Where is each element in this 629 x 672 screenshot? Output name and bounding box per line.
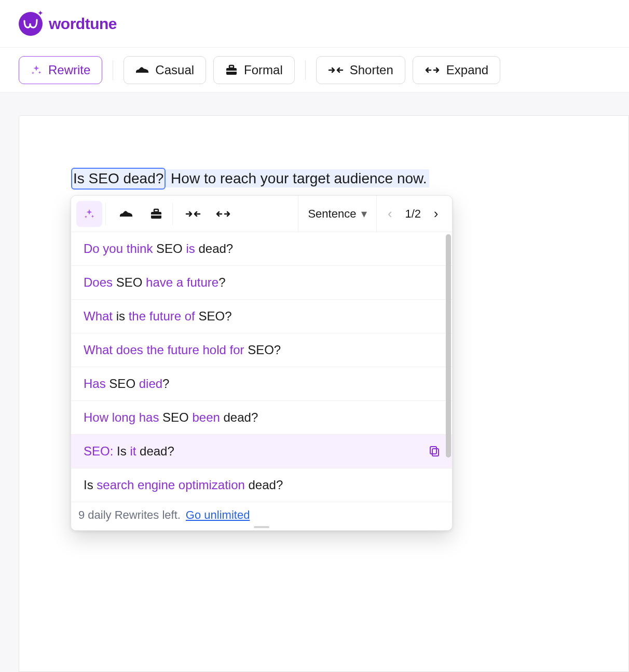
arrows-in-icon (328, 65, 344, 75)
editor-text-line[interactable]: Is SEO dead? How to reach your target au… (71, 168, 628, 190)
suggestion-item[interactable]: Is search engine optimization dead? (71, 468, 452, 502)
arrows-out-icon (425, 65, 440, 75)
expand-mode-button[interactable] (210, 201, 236, 227)
divider (305, 60, 306, 80)
briefcase-icon (150, 208, 162, 220)
resize-handle[interactable] (254, 526, 269, 528)
casual-label: Casual (155, 63, 194, 77)
selected-text[interactable]: Is SEO dead? (71, 168, 166, 190)
shorten-label: Shorten (350, 63, 393, 77)
trailing-text[interactable]: How to reach your target audience now. (166, 169, 429, 187)
brand-logo[interactable]: ✦ wordtune (19, 12, 117, 36)
svg-rect-2 (229, 65, 234, 68)
brand-name: wordtune (49, 15, 117, 33)
arrows-in-icon (185, 209, 201, 219)
copy-icon[interactable] (429, 446, 440, 457)
svg-rect-6 (154, 209, 158, 212)
suggestion-item[interactable]: Has SEO died? (71, 367, 452, 401)
divider (113, 60, 113, 80)
suggestion-text: What does the future hold for SEO? (84, 343, 281, 357)
rewrites-remaining-text: 9 daily Rewrites left. (78, 508, 181, 522)
suggestion-text: Does SEO have a future? (84, 275, 226, 290)
brand-mark: ✦ (19, 12, 43, 36)
svg-rect-3 (226, 71, 237, 72)
svg-rect-0 (136, 73, 148, 74)
app-header: ✦ wordtune (0, 0, 629, 48)
formal-mode-button[interactable] (143, 201, 169, 227)
suggestion-text: Is search engine optimization dead? (84, 478, 283, 492)
svg-rect-20 (432, 449, 439, 456)
suggestions-popover: Sentence ▾ ‹ 1/2 › Do you think SEO is d… (71, 195, 453, 531)
page-indicator: 1/2 (405, 207, 421, 221)
suggestion-text: Do you think SEO is dead? (84, 241, 233, 256)
popover-footer: 9 daily Rewrites left. Go unlimited (71, 502, 452, 530)
svg-rect-7 (151, 214, 161, 216)
sparkle-icon: ✦ (37, 9, 44, 17)
suggestion-text: SEO: Is it dead? (84, 444, 174, 459)
shorten-mode-button[interactable] (180, 201, 206, 227)
divider (172, 203, 173, 225)
suggestion-item[interactable]: What is the future of SEO? (71, 300, 452, 333)
sparkle-icon (31, 64, 42, 76)
rewrite-label: Rewrite (48, 63, 90, 77)
go-unlimited-link[interactable]: Go unlimited (186, 508, 250, 522)
pager: ‹ 1/2 › (376, 196, 452, 232)
svg-rect-4 (120, 217, 132, 218)
arrows-out-icon (215, 209, 231, 219)
scope-label: Sentence (308, 207, 356, 221)
suggestion-item[interactable]: Does SEO have a future? (71, 266, 452, 300)
sneaker-icon (135, 65, 149, 75)
suggestion-text: Has SEO died? (84, 377, 169, 391)
suggestion-item[interactable]: Do you think SEO is dead? (71, 232, 452, 266)
suggestion-text: How long has SEO been dead? (84, 410, 258, 425)
rewrite-mode-button[interactable] (76, 201, 102, 227)
sparkle-icon (84, 208, 95, 220)
suggestion-item[interactable]: What does the future hold for SEO? (71, 333, 452, 367)
casual-button[interactable]: Casual (124, 56, 206, 84)
briefcase-icon (225, 64, 238, 76)
suggestion-text: What is the future of SEO? (84, 309, 231, 324)
expand-label: Expand (446, 63, 488, 77)
suggestion-item[interactable]: SEO: Is it dead? (71, 435, 452, 468)
next-page-button[interactable]: › (430, 206, 442, 222)
mode-toolbar: Rewrite Casual Formal Shorten Expand (0, 48, 629, 92)
scrollbar-thumb[interactable] (446, 234, 451, 458)
shorten-button[interactable]: Shorten (316, 56, 405, 84)
prev-page-button[interactable]: ‹ (384, 206, 395, 222)
popover-toolbar: Sentence ▾ ‹ 1/2 › (71, 196, 452, 232)
sneaker-icon (119, 209, 133, 219)
brand-glyph-icon (22, 16, 39, 32)
suggestion-list: Do you think SEO is dead?Does SEO have a… (71, 232, 452, 502)
formal-button[interactable]: Formal (213, 56, 295, 84)
formal-label: Formal (244, 63, 283, 77)
expand-button[interactable]: Expand (413, 56, 500, 84)
rewrite-button[interactable]: Rewrite (19, 56, 102, 84)
svg-rect-21 (430, 447, 436, 454)
divider (105, 203, 106, 225)
caret-down-icon: ▾ (361, 207, 367, 221)
scope-dropdown[interactable]: Sentence ▾ (298, 196, 376, 232)
casual-mode-button[interactable] (113, 201, 139, 227)
suggestion-item[interactable]: How long has SEO been dead? (71, 401, 452, 435)
